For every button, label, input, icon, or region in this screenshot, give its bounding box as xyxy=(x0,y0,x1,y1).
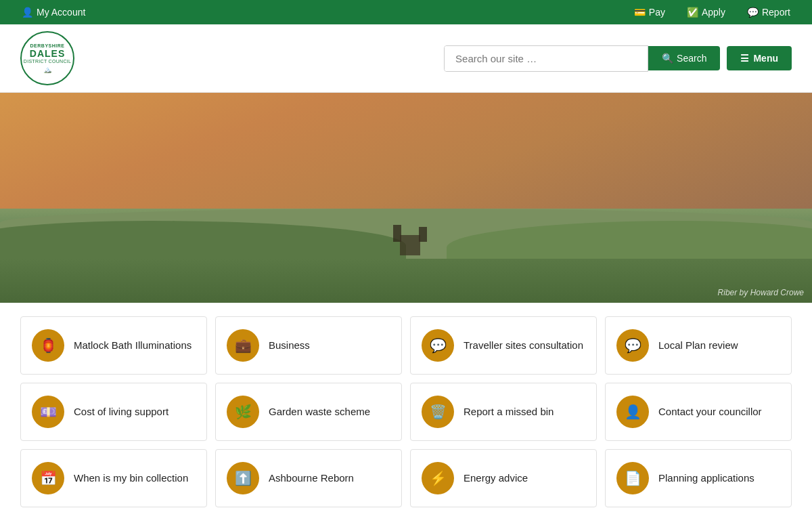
service-icon-wrap: 👤 xyxy=(616,396,649,428)
logo-dales-text: DALES xyxy=(24,49,71,59)
service-label: Local Plan review xyxy=(658,339,738,352)
service-icon: 🌿 xyxy=(235,404,252,420)
service-label: Ashbourne Reborn xyxy=(269,471,354,485)
service-icon-wrap: 💼 xyxy=(227,329,259,362)
service-card[interactable]: 📅 When is my bin collection xyxy=(20,449,207,507)
service-label: Energy advice xyxy=(464,471,528,485)
service-card[interactable]: 🗑️ Report a missed bin xyxy=(410,383,597,441)
hero-hills xyxy=(0,177,812,303)
service-icon-wrap: ⬆️ xyxy=(227,462,259,494)
service-icon: 💬 xyxy=(625,337,641,354)
header: Derbyshire DALES District Council 🏔️ 🔍 S… xyxy=(0,24,812,93)
top-bar-right: 💳 Pay ✅ Apply 💬 Report xyxy=(626,4,798,20)
service-icon-wrap: 💬 xyxy=(616,329,649,362)
service-label: Matlock Bath Illuminations xyxy=(74,339,191,352)
service-icon-wrap: 📄 xyxy=(616,462,649,494)
menu-button[interactable]: ☰ Menu xyxy=(727,46,792,70)
apply-button[interactable]: ✅ Apply xyxy=(679,4,734,20)
service-icon-wrap: 🏮 xyxy=(32,329,64,362)
logo-area: Derbyshire DALES District Council 🏔️ xyxy=(20,31,74,85)
service-label: Cost of living support xyxy=(74,405,168,419)
top-bar: 👤 My Account 💳 Pay ✅ Apply 💬 Report xyxy=(0,0,812,24)
service-card[interactable]: 💷 Cost of living support xyxy=(20,383,207,441)
service-icon: 🏮 xyxy=(40,337,57,354)
service-icon: 🗑️ xyxy=(430,404,447,420)
service-icon-wrap: 🗑️ xyxy=(422,396,454,428)
logo-landscape-icon: 🏔️ xyxy=(24,66,71,73)
hamburger-icon: ☰ xyxy=(740,53,749,64)
search-icon: 🔍 xyxy=(662,53,673,64)
report-label: Report xyxy=(762,7,790,18)
service-label: Report a missed bin xyxy=(464,405,554,419)
service-card[interactable]: ⚡ Energy advice xyxy=(410,449,597,507)
speech-icon: 💬 xyxy=(747,7,759,18)
my-account-button[interactable]: 👤 My Account xyxy=(14,4,93,20)
pay-button[interactable]: 💳 Pay xyxy=(626,4,673,20)
service-card[interactable]: 💬 Traveller sites consultation xyxy=(410,316,597,375)
person-icon: 👤 xyxy=(22,7,33,18)
service-card[interactable]: 👤 Contact your councillor xyxy=(605,383,792,441)
card-icon: 💳 xyxy=(634,7,646,18)
service-label: Business xyxy=(269,339,310,352)
hero-fields xyxy=(0,259,812,303)
service-icon-wrap: ⚡ xyxy=(422,462,454,494)
service-icon: ⚡ xyxy=(430,470,447,486)
search-area: 🔍 Search ☰ Menu xyxy=(444,45,792,72)
hero-image: Riber by Howard Crowe xyxy=(0,93,812,303)
checkmark-icon: ✅ xyxy=(687,7,698,18)
service-label: Planning applications xyxy=(658,471,754,485)
service-card[interactable]: 💬 Local Plan review xyxy=(605,316,792,375)
search-btn-label: Search xyxy=(677,53,706,64)
service-card[interactable]: 🏮 Matlock Bath Illuminations xyxy=(20,316,207,375)
pay-label: Pay xyxy=(649,7,665,18)
service-icon: 📅 xyxy=(40,470,57,486)
services-section: 🏮 Matlock Bath Illuminations 💼 Business … xyxy=(0,303,812,508)
services-grid: 🏮 Matlock Bath Illuminations 💼 Business … xyxy=(20,316,792,507)
logo-sub-text: District Council xyxy=(24,59,71,64)
search-input-wrap xyxy=(444,45,648,72)
hero-castle xyxy=(390,225,430,255)
report-button[interactable]: 💬 Report xyxy=(739,4,798,20)
service-card[interactable]: 💼 Business xyxy=(215,316,402,375)
logo: Derbyshire DALES District Council 🏔️ xyxy=(20,31,74,85)
service-label: Traveller sites consultation xyxy=(464,339,583,352)
search-input[interactable] xyxy=(445,46,648,71)
service-icon-wrap: 🌿 xyxy=(227,396,259,428)
service-icon: 👤 xyxy=(625,404,641,420)
service-icon: 📄 xyxy=(625,470,641,486)
service-icon-wrap: 💬 xyxy=(422,329,454,362)
service-icon-wrap: 💷 xyxy=(32,396,64,428)
search-button[interactable]: 🔍 Search xyxy=(648,46,720,70)
service-card[interactable]: ⬆️ Ashbourne Reborn xyxy=(215,449,402,507)
service-label: When is my bin collection xyxy=(74,471,188,485)
menu-btn-label: Menu xyxy=(753,53,778,64)
apply-label: Apply xyxy=(702,7,725,18)
service-label: Garden waste scheme xyxy=(269,405,370,419)
top-bar-left: 👤 My Account xyxy=(14,4,93,20)
service-icon: ⬆️ xyxy=(235,470,252,486)
service-card[interactable]: 📄 Planning applications xyxy=(605,449,792,507)
my-account-label: My Account xyxy=(37,7,85,18)
service-card[interactable]: 🌿 Garden waste scheme xyxy=(215,383,402,441)
hero-caption: Riber by Howard Crowe xyxy=(718,288,804,297)
service-icon: 💷 xyxy=(40,404,57,420)
service-icon: 💼 xyxy=(235,337,252,354)
service-label: Contact your councillor xyxy=(658,405,762,419)
service-icon: 💬 xyxy=(430,337,447,354)
service-icon-wrap: 📅 xyxy=(32,462,64,494)
